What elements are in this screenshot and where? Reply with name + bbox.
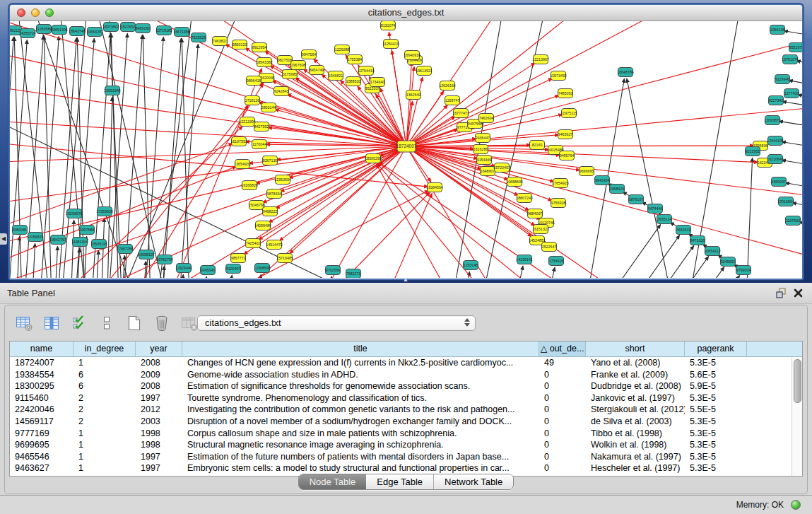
graph-node[interactable]: 9878334 [267, 189, 282, 199]
graph-node[interactable]: 1269747 [445, 96, 460, 105]
graph-node[interactable]: 1616286 [473, 145, 488, 154]
graph-node[interactable]: 13654933 [234, 160, 251, 169]
graph-node[interactable]: 1588520 [346, 77, 361, 86]
graph-node[interactable]: 18300295 [365, 154, 382, 163]
graph-node[interactable]: 1362640 [406, 90, 421, 100]
graph-node[interactable]: 9227343 [769, 96, 784, 105]
graph-node[interactable]: 16210643 [767, 155, 784, 164]
graph-node[interactable]: 9799024 [736, 266, 751, 275]
graph-node[interactable]: 82160 [530, 141, 545, 150]
graph-node[interactable]: 16671358 [173, 28, 190, 37]
graph-node[interactable]: 10973493 [550, 71, 567, 81]
graph-node[interactable]: 20206576 [66, 209, 83, 218]
row-mode-icon[interactable] [98, 314, 116, 332]
graph-node[interactable]: 9215955 [746, 147, 760, 156]
table-row[interactable]: 1830029562008Estimation of significance … [10, 380, 802, 392]
graph-node[interactable]: 12444195 [767, 136, 784, 146]
graph-node[interactable]: 20691406 [51, 25, 68, 35]
table-settings-icon[interactable] [15, 314, 33, 332]
graph-node[interactable]: 9756928 [551, 199, 566, 208]
table-row[interactable]: 946362711997Embryonic stem cells: a mode… [10, 462, 802, 474]
graph-node[interactable]: 15273802 [102, 23, 119, 32]
graph-node[interactable]: 15716485 [276, 254, 293, 263]
tab-edge-table[interactable]: Edge Table [366, 474, 433, 489]
graph-node[interactable]: 8912954 [252, 43, 267, 52]
graph-node[interactable]: 3175685 [283, 70, 298, 79]
graph-node[interactable]: 9792569 [326, 266, 341, 275]
graph-node[interactable]: 9699695 [579, 167, 594, 176]
graph-node[interactable]: 2935114 [657, 215, 672, 224]
graph-node[interactable]: 11254419 [382, 40, 399, 49]
close-panel-icon[interactable] [793, 288, 804, 298]
graph-node[interactable]: 12213394 [239, 117, 256, 127]
graph-node[interactable]: 9463627 [558, 130, 573, 139]
graph-node[interactable]: 7425402 [246, 239, 261, 248]
graph-node[interactable]: 9896418 [247, 76, 261, 86]
graph-node[interactable]: 12923446 [175, 264, 192, 273]
graph-node[interactable]: 1527602 [121, 23, 136, 32]
table-row[interactable]: 1938455462009Genome-wide association stu… [10, 369, 802, 381]
graph-node[interactable]: 16777471 [452, 109, 469, 118]
table-row[interactable]: 946554611997Estimation of the future num… [10, 451, 802, 463]
graph-node[interactable]: 6879197 [629, 195, 644, 204]
graph-node[interactable]: 2718126 [245, 96, 260, 105]
graph-node[interactable]: 16648784 [617, 68, 634, 77]
graph-node[interactable]: 7632621 [676, 226, 691, 235]
column-header-short[interactable]: short [586, 341, 685, 356]
graph-node[interactable]: 1226088 [335, 45, 350, 54]
graph-node[interactable]: 2967608 [291, 61, 306, 70]
graph-node[interactable]: 19384554 [426, 183, 443, 192]
graph-node[interactable]: 11451944 [71, 238, 88, 247]
graph-node[interactable]: 9245652 [721, 257, 736, 267]
table-select[interactable]: citations_edges.txt [197, 315, 476, 331]
graph-node[interactable]: 13942757 [49, 235, 66, 245]
table-row[interactable]: 1456911722003Disruption of a novel membe… [10, 416, 802, 428]
graph-node[interactable]: 10653287 [86, 28, 103, 37]
graph-node[interactable]: 12368590 [254, 264, 271, 273]
graph-node[interactable]: 2522547 [542, 243, 557, 252]
graph-node[interactable]: 16958107 [138, 250, 155, 259]
collapse-west-panel-button[interactable]: ◀ [0, 233, 7, 245]
graph-node[interactable]: 9551975 [789, 43, 803, 52]
graph-node[interactable]: 1569297 [772, 177, 787, 187]
graph-node[interactable]: 14099489 [254, 221, 271, 230]
graph-node[interactable]: 16151322 [532, 225, 549, 234]
graph-node[interactable]: 16640916 [404, 51, 420, 60]
graph-node[interactable]: 9884067 [528, 209, 543, 218]
table-row[interactable]: 911546021997Tourette syndrome. Phenomeno… [10, 392, 802, 404]
graph-node[interactable]: 13505115 [90, 240, 107, 249]
column-header-name[interactable]: name [10, 341, 73, 356]
graph-node[interactable]: 8471626 [690, 236, 705, 245]
graph-node[interactable]: 10688609 [506, 177, 523, 187]
graph-node[interactable]: 5860123 [233, 40, 247, 49]
graph-node[interactable]: 7463822 [213, 37, 228, 46]
table-row[interactable]: 2242004622012Investigating the contribut… [10, 404, 802, 416]
graph-node[interactable]: 9827508 [278, 56, 293, 65]
graph-node[interactable]: 17359928 [96, 207, 113, 216]
graph-node[interactable]: 1253148 [464, 261, 478, 270]
graph-node[interactable]: 18807243 [516, 194, 533, 203]
graph-node[interactable]: 14914473 [266, 240, 283, 250]
column-header-in-degree[interactable]: in_degree [73, 341, 136, 356]
graph-node[interactable]: 1733426 [549, 257, 564, 266]
tab-network-table[interactable]: Network Table [433, 474, 513, 489]
graph-node[interactable]: 8466160 [136, 24, 151, 33]
graph-node[interactable]: 9495764 [560, 151, 575, 160]
graph-node[interactable]: 19166829 [241, 181, 258, 190]
zoom-window-button[interactable] [45, 8, 54, 17]
column-header-out-de-[interactable]: △ out_de... [539, 341, 586, 356]
graph-node[interactable]: 1170044 [252, 140, 267, 149]
splitter-handle[interactable]: ▲ [400, 277, 411, 283]
graph-node[interactable]: 9640954 [595, 176, 610, 185]
graph-node[interactable]: 8100457 [226, 264, 241, 274]
graph-node[interactable]: 15720407 [493, 163, 510, 173]
graph-node[interactable]: 16782759 [156, 255, 173, 264]
graph-node[interactable]: 1734640 [370, 78, 385, 87]
graph-node[interactable]: 18543382 [256, 58, 273, 67]
graph-node[interactable]: 15751074 [782, 55, 799, 64]
graph-node[interactable]: 12213967 [532, 55, 549, 64]
column-header-title[interactable]: title [182, 341, 539, 356]
graph-node[interactable]: 8131074 [381, 21, 396, 30]
graph-node[interactable]: 9474444 [648, 204, 663, 214]
graph-node[interactable]: 11253580 [35, 25, 52, 34]
